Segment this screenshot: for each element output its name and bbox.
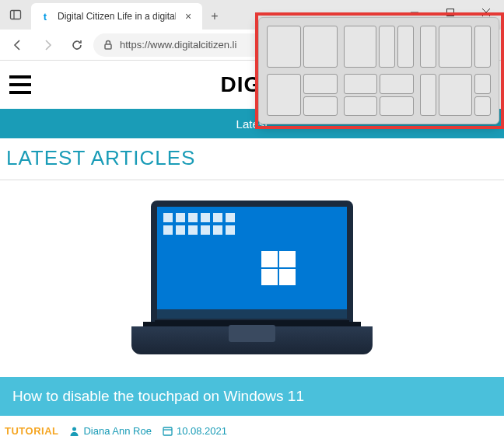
snap-layout-option[interactable] bbox=[420, 74, 491, 116]
url-text: https://www.digitalcitizen.li bbox=[120, 39, 236, 51]
article-date: 10.08.2021 bbox=[163, 425, 227, 437]
snap-layout-option[interactable] bbox=[344, 74, 415, 116]
svg-rect-0 bbox=[11, 11, 21, 19]
person-icon bbox=[69, 426, 79, 436]
menu-button[interactable] bbox=[9, 75, 37, 94]
tab-actions-button[interactable] bbox=[0, 0, 31, 30]
forward-button[interactable] bbox=[34, 33, 61, 58]
snap-layout-option[interactable] bbox=[267, 74, 338, 116]
divider bbox=[0, 180, 504, 180]
article-image[interactable] bbox=[0, 187, 504, 377]
article-author[interactable]: Diana Ann Roe bbox=[69, 425, 151, 437]
new-tab-button[interactable]: + bbox=[202, 3, 227, 30]
tab-favicon-icon: t bbox=[39, 10, 51, 23]
snap-layout-option[interactable] bbox=[267, 26, 338, 68]
calendar-icon bbox=[163, 426, 173, 436]
article-category[interactable]: TUTORIAL bbox=[5, 425, 58, 437]
back-button[interactable] bbox=[5, 33, 31, 58]
article-title[interactable]: How to disable the touchpad on Windows 1… bbox=[0, 377, 504, 416]
svg-rect-6 bbox=[105, 44, 111, 49]
snap-layouts-flyout bbox=[258, 17, 499, 124]
svg-rect-8 bbox=[163, 427, 172, 435]
lock-icon bbox=[103, 40, 114, 51]
snap-layout-option[interactable] bbox=[420, 26, 491, 68]
svg-point-7 bbox=[72, 427, 76, 431]
article-meta: TUTORIAL Diana Ann Roe 10.08.2021 bbox=[0, 416, 504, 443]
laptop-illustration bbox=[131, 201, 373, 364]
section-title: LATEST ARTICLES bbox=[0, 138, 504, 180]
close-icon[interactable]: × bbox=[182, 10, 194, 23]
tab-title: Digital Citizen Life in a digital wo bbox=[58, 11, 176, 22]
snap-layout-option[interactable] bbox=[344, 26, 415, 68]
svg-rect-3 bbox=[447, 9, 454, 16]
browser-tab[interactable]: t Digital Citizen Life in a digital wo × bbox=[31, 3, 202, 30]
refresh-button[interactable] bbox=[64, 33, 90, 58]
